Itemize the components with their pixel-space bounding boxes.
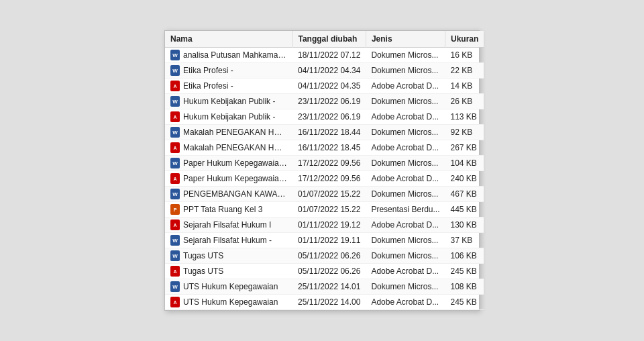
file-name-cell: WEtika Profesi - [165,63,292,79]
file-name-text: UTS Hukum Kepegawaian [183,282,278,291]
file-name-text: Hukum Kebijakan Publik - [183,97,275,106]
table-row[interactable]: WUTS Hukum Kepegawaian25/11/2022 14.01Do… [165,279,484,295]
file-size: 245 KB [445,264,484,279]
file-size: 92 KB [445,125,484,140]
file-date: 16/11/2022 18.45 [292,140,366,156]
file-name-text: Etika Profesi - [183,66,233,75]
file-name-cell: Wanalisa Putusan Mahkamah Agung Nom... [165,48,292,63]
file-type: Presentasi Berdu... [366,202,445,217]
file-name-cell: ATugas UTS [165,264,292,279]
header-name[interactable]: Nama [165,31,292,48]
file-name-cell: PPPT Tata Ruang Kel 3 [165,202,292,217]
file-name-text: Tugas UTS [183,266,223,276]
word-icon: W [170,235,180,246]
file-name-text: Tugas UTS [183,251,223,260]
file-size: 37 KB [445,233,484,248]
file-type: Dokumen Micros... [366,125,445,140]
file-type: Dokumen Micros... [366,279,445,295]
file-date: 05/11/2022 06.26 [292,248,366,264]
file-type: Adobe Acrobat D... [366,140,445,156]
file-date: 01/11/2022 19.12 [292,217,366,233]
table-row[interactable]: WTugas UTS05/11/2022 06.26Dokumen Micros… [165,248,484,264]
file-name-text: Makalah PENEGAKAN HUKUM AGRARIA ... [183,128,287,137]
file-size: 106 KB [445,248,484,264]
file-date: 23/11/2022 06.19 [292,109,366,125]
table-row[interactable]: WHukum Kebijakan Publik -23/11/2022 06.1… [165,94,484,109]
table-row[interactable]: AUTS Hukum Kepegawaian25/11/2022 14.00Ad… [165,295,484,310]
file-size: 14 KB [445,79,484,94]
file-date: 25/11/2022 14.01 [292,279,366,295]
file-name-cell: WTugas UTS [165,248,292,264]
file-type: Adobe Acrobat D... [366,109,445,125]
file-date: 01/11/2022 19.11 [292,233,366,248]
table-row[interactable]: WPENGEMBANGAN KAWASAN DESA KAN...01/07/2… [165,187,484,202]
pdf-icon: A [170,173,180,184]
word-icon: W [170,250,180,261]
table-row[interactable]: APaper Hukum Kepegawaian -17/12/2022 09.… [165,171,484,187]
word-icon: W [170,96,180,107]
table-row[interactable]: AMakalah PENEGAKAN HUKUM AGRARIA ...16/1… [165,140,484,156]
file-size: 108 KB [445,279,484,295]
file-size: 245 KB [445,295,484,310]
file-type: Dokumen Micros... [366,187,445,202]
file-type: Dokumen Micros... [366,156,445,171]
file-size: 267 KB [445,140,484,156]
pdf-icon: A [170,266,180,277]
table-row[interactable]: ASejarah Filsafat Hukum I01/11/2022 19.1… [165,217,484,233]
file-date: 23/11/2022 06.19 [292,94,366,109]
file-size: 104 KB [445,156,484,171]
file-name-cell: AHukum Kebijakan Publik - [165,109,292,125]
file-size: 467 KB [445,187,484,202]
file-type: Adobe Acrobat D... [366,295,445,310]
file-name-cell: WMakalah PENEGAKAN HUKUM AGRARIA ... [165,125,292,140]
file-date: 16/11/2022 18.44 [292,125,366,140]
file-name-cell: AMakalah PENEGAKAN HUKUM AGRARIA ... [165,140,292,156]
file-name-cell: WHukum Kebijakan Publik - [165,94,292,109]
file-size: 16 KB [445,48,484,63]
table-row[interactable]: WMakalah PENEGAKAN HUKUM AGRARIA ...16/1… [165,125,484,140]
file-name-text: Paper Hukum Kepegawaian - [183,174,287,183]
file-name-text: Sejarah Filsafat Hukum I [183,220,271,230]
header-size[interactable]: Ukuran [445,31,484,48]
word-icon: W [170,189,180,199]
file-type: Adobe Acrobat D... [366,217,445,233]
file-name-cell: WSejarah Filsafat Hukum - [165,233,292,248]
file-name-text: Makalah PENEGAKAN HUKUM AGRARIA ... [183,143,287,152]
header-date[interactable]: Tanggal diubah [292,31,366,48]
word-icon: W [170,127,180,138]
file-type: Dokumen Micros... [366,48,445,63]
file-name-cell: APaper Hukum Kepegawaian - [165,171,292,187]
file-name-text: PPT Tata Ruang Kel 3 [183,205,262,214]
pdf-icon: A [170,220,180,230]
file-size: 113 KB [445,109,484,125]
table-row[interactable]: WPaper Hukum Kepegawaian -17/12/2022 09.… [165,156,484,171]
table-row[interactable]: Wanalisa Putusan Mahkamah Agung Nom...18… [165,48,484,63]
pdf-icon: A [170,297,180,307]
file-size: 22 KB [445,63,484,79]
table-row[interactable]: AEtika Profesi -04/11/2022 04.35Adobe Ac… [165,79,484,94]
header-type[interactable]: Jenis [366,31,445,48]
file-explorer-window: Nama Tanggal diubah Jenis Ukuran Wanalis… [164,30,480,311]
table-row[interactable]: AHukum Kebijakan Publik -23/11/2022 06.1… [165,109,484,125]
file-date: 01/07/2022 15.22 [292,187,366,202]
file-table: Nama Tanggal diubah Jenis Ukuran Wanalis… [165,31,484,310]
word-icon: W [170,65,180,76]
file-type: Dokumen Micros... [366,94,445,109]
file-name-text: PENGEMBANGAN KAWASAN DESA KAN... [183,189,287,199]
file-name-text: UTS Hukum Kepegawaian [183,297,278,307]
table-row[interactable]: WSejarah Filsafat Hukum -01/11/2022 19.1… [165,233,484,248]
file-name-cell: WUTS Hukum Kepegawaian [165,279,292,295]
table-row[interactable]: PPPT Tata Ruang Kel 301/07/2022 15.22Pre… [165,202,484,217]
table-row[interactable]: WEtika Profesi -04/11/2022 04.34Dokumen … [165,63,484,79]
file-type: Dokumen Micros... [366,233,445,248]
file-size: 26 KB [445,94,484,109]
file-type: Adobe Acrobat D... [366,79,445,94]
table-row[interactable]: ATugas UTS05/11/2022 06.26Adobe Acrobat … [165,264,484,279]
file-size: 240 KB [445,171,484,187]
file-name-cell: ASejarah Filsafat Hukum I [165,217,292,233]
file-date: 25/11/2022 14.00 [292,295,366,310]
file-name-text: Sejarah Filsafat Hukum - [183,236,272,245]
file-date: 05/11/2022 06.26 [292,264,366,279]
file-date: 01/07/2022 15.22 [292,202,366,217]
file-name-text: analisa Putusan Mahkamah Agung Nom... [183,50,287,60]
